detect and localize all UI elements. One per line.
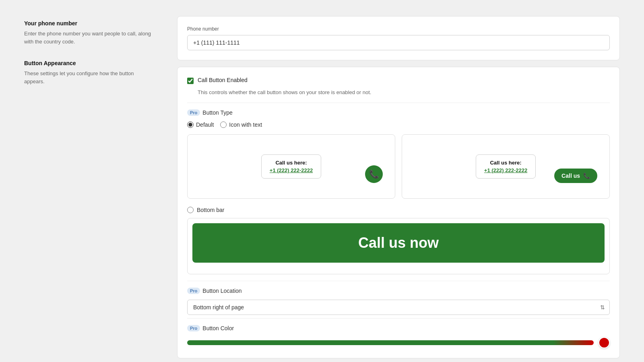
icon-with-text-radio-input[interactable] [220,121,227,128]
phone-section-title: Your phone number [24,20,153,27]
button-appearance-card: Call Button Enabled This controls whethe… [177,67,620,358]
call-us-button-label: Call us [561,173,580,179]
icon-text-call-number: +1 (222) 222-2222 [484,167,527,173]
divider-2 [187,281,610,281]
icon-with-text-radio-option[interactable]: Icon with text [220,121,262,128]
default-radio-label[interactable]: Default [196,121,214,128]
icon-with-text-radio-label[interactable]: Icon with text [229,121,262,128]
call-button-enabled-label[interactable]: Call Button Enabled [198,77,248,83]
call-us-button-preview[interactable]: Call us 📞 [554,169,597,183]
color-bar[interactable] [187,340,594,345]
bottom-bar-preview: Call us now [192,223,605,263]
default-radio-option[interactable]: Default [187,121,214,128]
phone-fab-icon: 📞 [369,169,379,179]
phone-section-desc: Enter the phone number you want people t… [24,30,153,45]
icon-with-text-preview-inner: Call us here: +1 (222) 222-2222 Call us … [409,144,603,189]
phone-number-card: Phone number [177,16,620,60]
button-type-label: Button Type [202,109,232,116]
default-call-number: +1 (222) 222-2222 [270,167,313,173]
call-us-button-icon: 📞 [583,173,590,179]
bottom-bar-radio-input[interactable] [187,207,194,213]
left-panel: Your phone number Enter the phone number… [24,16,153,358]
button-location-label: Button Location [202,288,242,294]
phone-number-section: Your phone number Enter the phone number… [24,20,153,45]
button-location-select[interactable]: Bottom right of page Bottom left of page [187,300,610,315]
call-button-enabled-desc: This controls whether the call button sh… [198,89,610,96]
call-button-enabled-row: Call Button Enabled [187,77,610,84]
right-panel: Phone number Call Button Enabled This co… [177,16,620,358]
default-preview-inner: Call us here: +1 (222) 222-2222 📞 [194,144,388,189]
icon-text-call-card: Call us here: +1 (222) 222-2222 [476,154,536,179]
default-call-card: Call us here: +1 (222) 222-2222 [261,154,321,179]
icon-with-text-preview-box: Call us here: +1 (222) 222-2222 Call us … [402,134,610,199]
button-previews: Call us here: +1 (222) 222-2222 📞 Call u… [187,134,610,199]
bottom-bar-radio-row: Bottom bar [187,207,610,213]
button-location-select-wrapper: Bottom right of page Bottom left of page… [187,300,610,315]
pro-badge-button-type: Pro [187,109,200,116]
button-type-label-row: Pro Button Type [187,109,610,116]
phone-fab-default[interactable]: 📞 [365,165,383,183]
icon-text-call-title: Call us here: [484,160,527,166]
button-color-label: Button Color [202,325,234,331]
appearance-section-desc: These settings let you configure how the… [24,70,153,85]
default-call-title: Call us here: [270,160,313,166]
divider-1 [187,103,610,103]
default-radio-input[interactable] [187,121,194,128]
bottom-bar-text: Call us now [358,234,439,251]
phone-number-input[interactable] [187,35,610,50]
button-color-label-row: Pro Button Color [187,325,610,331]
bottom-bar-preview-box: Call us now [187,218,610,274]
call-button-enabled-checkbox[interactable] [187,78,194,84]
phone-number-label: Phone number [187,26,610,32]
divider-3 [187,318,610,319]
default-preview-box: Call us here: +1 (222) 222-2222 📞 [187,134,395,199]
color-bar-row [187,337,610,348]
appearance-section: Button Appearance These settings let you… [24,60,153,85]
bottom-bar-radio-label[interactable]: Bottom bar [197,207,224,213]
pro-badge-color: Pro [187,325,200,331]
pro-badge-location: Pro [187,288,200,294]
button-type-radio-group: Default Icon with text [187,121,610,128]
color-dot[interactable] [599,337,610,348]
appearance-section-title: Button Appearance [24,60,153,66]
button-location-label-row: Pro Button Location [187,288,610,294]
